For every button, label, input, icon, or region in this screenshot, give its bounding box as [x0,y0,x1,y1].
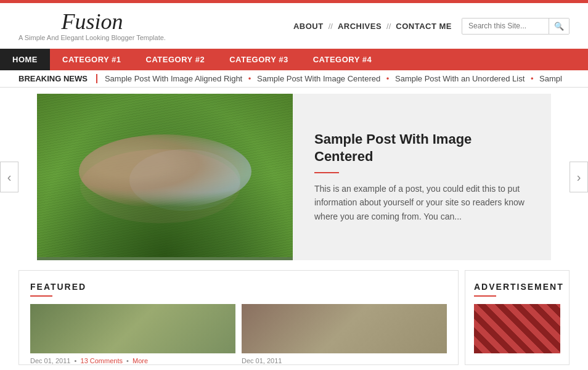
slider-image [37,94,293,260]
header-nav-area: ABOUT // ARCHIVES // CONTACT ME 🔍 [293,18,570,35]
arrow-right[interactable]: › [570,162,588,192]
search-area: 🔍 [462,18,570,35]
ticker-item-1: Sample Post With Image Aligned Right [105,74,242,83]
nav-item-home[interactable]: HOME [0,49,50,70]
featured-heading-line [30,295,52,297]
advertisement-section: ADVERTISEMENT [465,270,570,365]
nav-item-cat1[interactable]: CATEGORY #1 [50,49,134,70]
ad-image [474,304,560,353]
ticker-item-2: Sample Post With Image Centered [257,74,380,83]
nav-about[interactable]: ABOUT [293,22,324,31]
ticker-dot-2: • [386,74,391,83]
slider-divider [314,172,339,173]
logo-area: Fusion A Simple And Elegant Looking Blog… [18,10,166,41]
logo-title: Fusion [61,10,123,33]
ticker-dot-1: • [248,74,253,83]
post-1-comments[interactable]: 13 Comments [81,357,123,364]
slider-title: Sample Post With Image Centered [314,131,529,166]
featured-post-1: Dec 01, 2011 • 13 Comments • More [30,304,235,364]
slider-content: Sample Post With Image Centered This is … [293,94,551,260]
nav-archives[interactable]: ARCHIVES [338,22,382,31]
nav-item-cat4[interactable]: CATEGORY #4 [301,49,385,70]
featured-post-2: Dec 01, 2011 [242,304,447,364]
breaking-news-ticker: Sample Post With Image Aligned Right • S… [105,74,562,83]
arrow-left[interactable]: ‹ [0,162,18,192]
nav-sep-1: // [329,22,333,31]
svg-point-2 [129,149,240,211]
breaking-news-bar: BREAKING NEWS Sample Post With Image Ali… [0,70,588,88]
grass-svg [37,94,293,257]
slider-section: Sample Post With Image Centered This is … [37,94,551,260]
nav-bar: HOME CATEGORY #1 CATEGORY #2 CATEGORY #3… [0,49,588,70]
nav-sep-2: // [386,22,391,31]
slider-wrapper: ‹ [18,94,570,260]
featured-post-img-2 [242,304,447,353]
advertisement-heading-line [474,295,496,297]
featured-post-meta-1: Dec 01, 2011 • 13 Comments • More [30,357,235,364]
lower-section: FEATURED Dec 01, 2011 • 13 Comments • Mo… [18,270,570,365]
nav-item-cat3[interactable]: CATEGORY #3 [217,49,301,70]
header-nav: ABOUT // ARCHIVES // CONTACT ME [293,22,452,31]
header: Fusion A Simple And Elegant Looking Blog… [0,3,588,49]
search-input[interactable] [462,18,549,33]
featured-post-meta-2: Dec 01, 2011 [242,357,447,364]
post-1-date: Dec 01, 2011 [30,357,70,364]
logo-tagline: A Simple And Elegant Looking Blogger Tem… [18,34,166,41]
featured-posts: Dec 01, 2011 • 13 Comments • More Dec 01… [30,304,447,364]
nav-contact[interactable]: CONTACT ME [396,22,452,31]
search-button[interactable]: 🔍 [549,18,569,34]
advertisement-heading: ADVERTISEMENT [474,282,560,292]
post-2-date: Dec 01, 2011 [242,357,282,364]
post-1-more[interactable]: More [133,357,148,364]
ticker-dot-3: • [531,74,536,83]
slider-excerpt: This is an example of a post, you could … [314,182,529,223]
featured-post-img-1 [30,304,235,353]
featured-heading: FEATURED [30,282,447,292]
ticker-item-4: Sampl [539,74,562,83]
slider-image-inner [37,94,293,257]
breaking-news-label: BREAKING NEWS [0,74,97,83]
nav-item-cat2[interactable]: CATEGORY #2 [134,49,218,70]
ticker-item-3: Sample Post With an Unordered List [395,74,525,83]
featured-section: FEATURED Dec 01, 2011 • 13 Comments • Mo… [18,270,459,365]
